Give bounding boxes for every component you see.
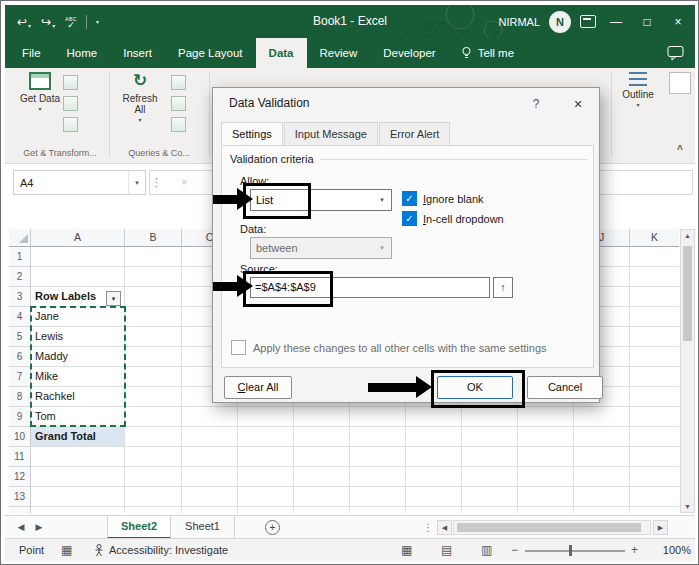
tab-error-alert[interactable]: Error Alert (379, 122, 451, 146)
tell-me-button[interactable]: Tell me (449, 38, 526, 68)
collapse-dialog-button[interactable]: ↑ (493, 277, 513, 298)
row-header[interactable]: 1 (9, 247, 31, 267)
collapse-ribbon-icon[interactable]: ^ (677, 144, 683, 155)
zoom-in-button[interactable]: + (631, 539, 638, 561)
row-header[interactable]: 7 (9, 367, 31, 387)
horizontal-scrollbar[interactable] (453, 520, 651, 535)
get-data-mini-icon-3[interactable] (63, 117, 78, 132)
col-header-a[interactable]: A (31, 229, 125, 247)
cell-a12[interactable] (31, 467, 125, 487)
in-cell-dropdown-checkbox[interactable]: ✓ In-cell dropdown (402, 211, 504, 226)
new-sheet-button[interactable]: + (265, 520, 280, 535)
get-data-mini-icon-1[interactable] (63, 75, 78, 90)
view-page-layout-icon[interactable]: ▤ (441, 539, 452, 561)
chevron-down-icon[interactable]: ▾ (374, 191, 390, 209)
maximize-button[interactable]: □ (636, 15, 658, 29)
cells-filler[interactable] (182, 427, 679, 447)
refresh-all-button[interactable]: ↻ Refresh All ▾ (117, 72, 163, 123)
cell-a2[interactable] (31, 267, 125, 287)
outline-group-icon[interactable] (669, 72, 691, 94)
spelling-icon[interactable]: ABC✓ (61, 16, 81, 28)
ignore-blank-checkbox[interactable]: ✓ Ignore blank (402, 191, 484, 206)
apply-changes-checkbox[interactable]: Apply these changes to all other cells w… (231, 340, 547, 355)
vertical-scrollbar[interactable]: ▲ ▼ (680, 229, 695, 513)
cell-b3[interactable] (125, 287, 182, 307)
zoom-slider-thumb[interactable] (569, 545, 572, 556)
cell-b9[interactable] (125, 407, 182, 427)
cells-filler[interactable] (182, 467, 679, 487)
zoom-level[interactable]: 100% (653, 539, 691, 561)
tab-sheet2[interactable]: Sheet2 (107, 516, 171, 539)
scroll-up-icon[interactable]: ▲ (681, 232, 694, 239)
sheet-nav-right-icon[interactable]: ▶ (31, 516, 47, 539)
clear-all-button[interactable]: Clear All (224, 376, 292, 399)
row-header[interactable]: 12 (9, 467, 31, 487)
tab-settings[interactable]: Settings (221, 122, 283, 147)
pivot-filter-dropdown-button[interactable]: ▾ (106, 291, 121, 306)
vertical-scrollbar-thumb[interactable] (683, 246, 692, 341)
cell-b13[interactable] (125, 487, 182, 507)
get-data-button[interactable]: Get Data ▾ (17, 72, 63, 112)
cell-b6[interactable] (125, 347, 182, 367)
cells-filler[interactable] (182, 447, 679, 467)
row-header[interactable]: 9 (9, 407, 31, 427)
row-header[interactable]: 13 (9, 487, 31, 507)
hscroll-left-icon[interactable]: ◀ (437, 520, 452, 535)
cell-a11[interactable] (31, 447, 125, 467)
cell-a10[interactable]: Grand Total (31, 427, 125, 447)
avatar[interactable]: N (549, 11, 571, 33)
tab-data[interactable]: Data (256, 38, 307, 68)
row-header[interactable]: 10 (9, 427, 31, 447)
cell-b5[interactable] (125, 327, 182, 347)
row-header[interactable]: 8 (9, 387, 31, 407)
tab-insert[interactable]: Insert (110, 38, 165, 68)
close-button[interactable]: × (667, 15, 689, 29)
cell-b7[interactable] (125, 367, 182, 387)
view-normal-icon[interactable]: ▦ (401, 539, 412, 561)
hscroll-right-icon[interactable]: ▶ (653, 520, 668, 535)
col-header-b[interactable]: B (125, 229, 182, 247)
cells-filler[interactable] (182, 487, 679, 507)
cell-a1[interactable] (31, 247, 125, 267)
row-header[interactable]: 2 (9, 267, 31, 287)
horizontal-scrollbar-thumb[interactable] (457, 523, 641, 532)
row-header[interactable]: 5 (9, 327, 31, 347)
row-header[interactable]: 3 (9, 287, 31, 307)
cell-b4[interactable] (125, 307, 182, 327)
outline-button[interactable]: Outline ▾ (615, 72, 661, 108)
undo-button[interactable]: ↩▾ (13, 15, 35, 29)
cell-b1[interactable] (125, 247, 182, 267)
scroll-down-icon[interactable]: ▼ (681, 503, 694, 510)
select-all-button[interactable] (9, 229, 31, 247)
tab-review[interactable]: Review (307, 38, 371, 68)
redo-button[interactable]: ↪▾ (37, 15, 59, 29)
minimize-button[interactable]: — (605, 15, 627, 29)
cell-b11[interactable] (125, 447, 182, 467)
row-header[interactable]: 6 (9, 347, 31, 367)
tab-file[interactable]: File (9, 38, 54, 68)
tab-page-layout[interactable]: Page Layout (165, 38, 256, 68)
cells-filler[interactable] (182, 407, 679, 427)
macro-record-icon[interactable]: ▦ (61, 539, 72, 561)
tab-sheet1[interactable]: Sheet1 (171, 516, 235, 539)
refresh-mini-icon-3[interactable] (171, 117, 186, 132)
comment-icon[interactable] (667, 45, 685, 61)
refresh-mini-icon-1[interactable] (171, 75, 186, 90)
cell-b12[interactable] (125, 467, 182, 487)
cell-b10[interactable] (125, 427, 182, 447)
refresh-mini-icon-2[interactable] (171, 96, 186, 111)
view-page-break-icon[interactable]: ▥ (481, 539, 492, 561)
dialog-help-button[interactable]: ? (525, 94, 547, 114)
cell-b2[interactable] (125, 267, 182, 287)
sheet-nav-left-icon[interactable]: ◀ (13, 516, 29, 539)
zoom-slider-track[interactable] (525, 550, 625, 552)
tab-input-message[interactable]: Input Message (284, 122, 378, 146)
tab-developer[interactable]: Developer (370, 38, 448, 68)
cancel-button[interactable]: Cancel (527, 376, 603, 399)
col-header-k[interactable]: K (630, 229, 679, 247)
qat-customize-button[interactable]: ▾ (92, 18, 103, 25)
dialog-close-button[interactable]: × (565, 94, 591, 114)
name-box[interactable]: A4 ▾ (13, 170, 146, 195)
accessibility-status[interactable]: Accessibility: Investigate (109, 539, 228, 561)
row-header[interactable]: 11 (9, 447, 31, 467)
